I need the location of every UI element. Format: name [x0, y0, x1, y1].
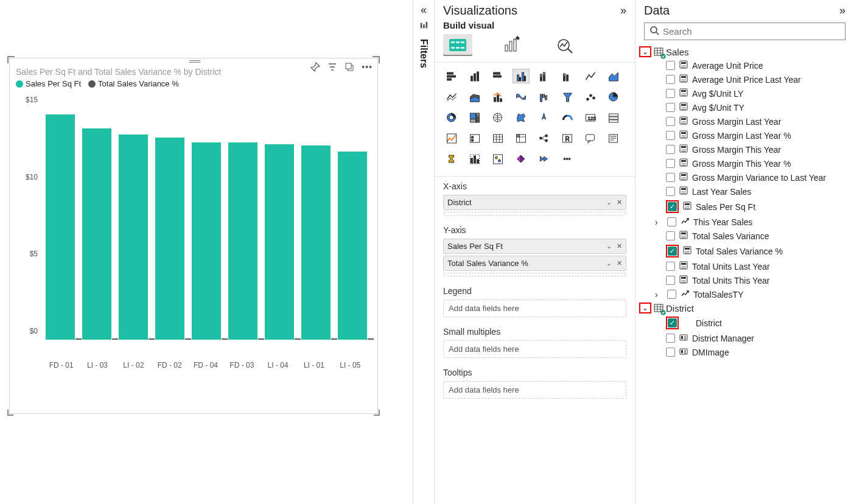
- field-average-unit-price[interactable]: Average Unit Price: [639, 58, 849, 72]
- bar-primary[interactable]: [119, 135, 148, 340]
- bar-group[interactable]: [265, 144, 301, 340]
- data-search-input[interactable]: [663, 26, 840, 37]
- bar-group[interactable]: [192, 142, 228, 340]
- field-this-year-sales[interactable]: ›This Year Sales: [639, 215, 849, 229]
- tooltips-dropzone[interactable]: Add data fields here: [443, 381, 626, 399]
- bar-group[interactable]: [301, 145, 337, 340]
- field-gross-margin-this-year[interactable]: Gross Margin This Year: [639, 142, 849, 156]
- filter-icon[interactable]: [327, 62, 337, 74]
- yaxis-chip-totalsalesvariance[interactable]: Total Sales Variance % ⌄✕: [443, 256, 626, 271]
- table-district[interactable]: ⌄District: [639, 301, 849, 315]
- field-district-manager[interactable]: District Manager: [639, 331, 849, 345]
- field-checkbox[interactable]: [666, 231, 675, 240]
- field-gross-margin-this-year-[interactable]: Gross Margin This Year %: [639, 156, 849, 170]
- viz-type-gauge[interactable]: [559, 110, 576, 125]
- bar-primary[interactable]: [338, 152, 367, 340]
- viz-type-goals[interactable]: [443, 152, 460, 166]
- viz-type-card[interactable]: 123: [582, 110, 599, 125]
- expand-filters-icon[interactable]: «: [419, 2, 428, 18]
- viz-type-line[interactable]: [582, 69, 599, 83]
- field-checkbox[interactable]: ✓: [668, 247, 677, 256]
- chevron-down-icon[interactable]: ⌄: [606, 198, 612, 206]
- viz-type-kpi[interactable]: [443, 131, 460, 145]
- field-checkbox[interactable]: [666, 89, 675, 98]
- chart-visual[interactable]: ══ ••• Sales Per Sq Ft and Total Sales V…: [9, 58, 378, 414]
- viz-type-cbar[interactable]: [466, 69, 483, 83]
- bar-group[interactable]: [228, 142, 264, 340]
- field-last-year-sales[interactable]: Last Year Sales: [639, 184, 849, 198]
- focus-mode-icon[interactable]: [345, 62, 354, 74]
- field-avg-unit-ly[interactable]: Avg $/Unit LY: [639, 86, 849, 100]
- remove-chip-icon[interactable]: ✕: [617, 198, 622, 206]
- field-gross-margin-variance-to-last-year[interactable]: Gross Margin Variance to Last Year: [639, 170, 849, 184]
- bar-primary[interactable]: [46, 114, 75, 340]
- field-checkbox[interactable]: ✓: [668, 318, 677, 327]
- bar-group[interactable]: [82, 128, 118, 340]
- viz-type-slicer[interactable]: [466, 131, 483, 145]
- report-canvas[interactable]: ══ ••• Sales Per Sq Ft and Total Sales V…: [0, 0, 413, 504]
- field-total-sales-variance-[interactable]: ✓Total Sales Variance %: [639, 243, 849, 259]
- viz-type-tree[interactable]: [466, 110, 483, 125]
- viz-type-scatter[interactable]: [582, 89, 599, 104]
- viz-type-paf[interactable]: [536, 152, 553, 166]
- field-total-sales-variance[interactable]: Total Sales Variance: [639, 229, 849, 243]
- bar-secondary[interactable]: [149, 338, 155, 340]
- field-checkbox[interactable]: [666, 75, 675, 84]
- field-totalsalesty[interactable]: ›TotalSalesTY: [639, 287, 849, 301]
- viz-type-py[interactable]: [489, 152, 506, 166]
- bar-primary[interactable]: [228, 142, 257, 340]
- data-search[interactable]: [644, 23, 845, 40]
- field-gross-margin-last-year[interactable]: Gross Margin Last Year: [639, 114, 849, 128]
- viz-type-sbar[interactable]: [443, 69, 460, 83]
- field-avg-unit-ty[interactable]: Avg $/Unit TY: [639, 100, 849, 114]
- field-dmimage[interactable]: DMImage: [639, 345, 849, 359]
- bar-group[interactable]: [46, 114, 82, 340]
- field-checkbox[interactable]: [666, 61, 675, 70]
- bar-group[interactable]: [338, 152, 374, 340]
- field-checkbox[interactable]: ✓: [668, 202, 677, 211]
- viz-type-ccol[interactable]: [513, 69, 530, 83]
- field-sales-per-sq-ft[interactable]: ✓Sales Per Sq Ft: [639, 198, 849, 215]
- viz-type-line2[interactable]: [443, 89, 460, 104]
- field-average-unit-price-last-year[interactable]: Average Unit Price Last Year: [639, 72, 849, 86]
- pin-icon[interactable]: [310, 62, 320, 74]
- viz-type-amap[interactable]: [536, 110, 553, 125]
- field-checkbox[interactable]: [666, 334, 675, 343]
- viz-type-fmap[interactable]: [513, 110, 530, 125]
- viz-type-matrix[interactable]: [513, 131, 530, 145]
- bar-secondary[interactable]: [75, 338, 82, 340]
- field-checkbox[interactable]: [666, 276, 675, 285]
- viz-type-scl[interactable]: [536, 69, 553, 83]
- field-checkbox[interactable]: [666, 117, 675, 126]
- yaxis-chip-salespersqft[interactable]: Sales Per Sq Ft ⌄✕: [443, 239, 626, 254]
- bar-secondary[interactable]: [368, 338, 374, 340]
- bar-secondary[interactable]: [331, 338, 337, 340]
- field-checkbox[interactable]: [666, 348, 675, 357]
- viz-type-rscript[interactable]: R: [559, 131, 576, 145]
- xaxis-chip-district[interactable]: District ⌄✕: [443, 195, 626, 210]
- field-checkbox[interactable]: [666, 159, 675, 168]
- viz-type-more[interactable]: [559, 152, 576, 166]
- bar-secondary[interactable]: [185, 338, 191, 340]
- chevron-down-icon[interactable]: ⌄: [606, 259, 612, 267]
- viz-type-pag[interactable]: [466, 152, 483, 166]
- chevron-right-icon[interactable]: ›: [655, 290, 663, 299]
- viz-type-decomp[interactable]: [536, 131, 553, 145]
- field-checkbox[interactable]: [666, 103, 675, 112]
- bar-secondary[interactable]: [295, 338, 301, 340]
- field-checkbox[interactable]: [666, 187, 675, 196]
- remove-chip-icon[interactable]: ✕: [617, 259, 622, 267]
- bar-primary[interactable]: [192, 142, 221, 340]
- bar-secondary[interactable]: [222, 338, 228, 340]
- bar-group[interactable]: [155, 138, 191, 340]
- viz-type-pa[interactable]: [513, 152, 530, 166]
- chevron-down-icon[interactable]: ⌄: [606, 242, 612, 250]
- chevron-right-icon[interactable]: ›: [655, 217, 663, 227]
- field-total-units-this-year[interactable]: Total Units This Year: [639, 273, 849, 287]
- smallmultiples-dropzone[interactable]: Add data fields here: [443, 340, 626, 358]
- viz-type-table[interactable]: [489, 131, 506, 145]
- viz-type-area[interactable]: [605, 69, 622, 83]
- bar-secondary[interactable]: [258, 338, 264, 340]
- remove-chip-icon[interactable]: ✕: [617, 242, 622, 250]
- analytics-tab[interactable]: [550, 34, 579, 56]
